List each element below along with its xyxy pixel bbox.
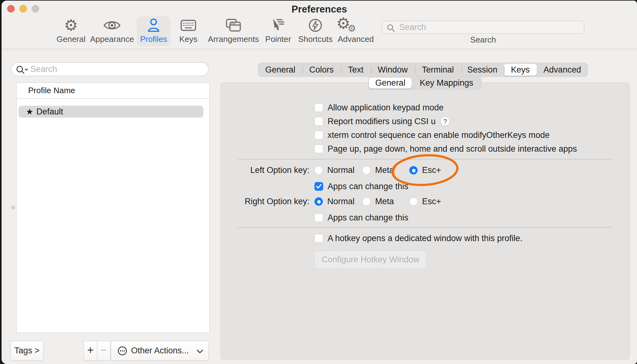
checkbox-label: Allow application keypad mode <box>328 103 444 113</box>
eye-icon <box>87 16 137 34</box>
checkbox-page-scroll[interactable] <box>314 144 323 153</box>
toolbar-item-label: General <box>52 34 90 44</box>
tab-separator <box>415 67 415 73</box>
tab-label: General <box>265 65 295 75</box>
toolbar-item-pointer[interactable]: Pointer <box>261 16 295 46</box>
toolbar-search-field[interactable] <box>382 21 584 34</box>
tab-separator <box>461 67 462 73</box>
checkbox-row: xterm control sequence can enable modify… <box>314 130 550 140</box>
tab-label: Advanced <box>543 65 581 75</box>
toolbar-search-input[interactable] <box>382 21 584 33</box>
radio-left-normal[interactable]: Normal <box>314 165 354 175</box>
keys-subtab-bar: General Key Mappings <box>369 76 482 90</box>
radio-right-normal[interactable]: Normal <box>314 196 354 207</box>
radio-left-meta[interactable]: Meta <box>362 165 394 175</box>
help-button[interactable]: ? <box>441 117 450 126</box>
subtab-general[interactable]: General <box>369 78 412 88</box>
subtab-label: Key Mappings <box>420 78 473 88</box>
check-icon <box>316 184 322 189</box>
checkbox-label: Apps can change this <box>328 213 408 223</box>
subtab-label: General <box>375 78 405 88</box>
tab-text[interactable]: Text <box>341 63 371 77</box>
other-actions-label: Other Actions... <box>131 346 189 356</box>
checkbox-label: Page up, page down, home and end scroll … <box>328 144 577 154</box>
search-icon <box>387 24 395 33</box>
checkbox-label: xterm control sequence can enable modify… <box>328 130 550 140</box>
checkbox-label: A hotkey opens a dedicated window with t… <box>328 234 522 243</box>
toolbar-item-label: Advanced <box>334 34 378 44</box>
profile-search-field[interactable] <box>11 62 209 76</box>
checkbox-hotkey-window[interactable] <box>314 234 323 243</box>
checkbox-modify-other-keys[interactable] <box>314 131 323 139</box>
toolbar-item-keys[interactable]: Keys <box>174 16 202 46</box>
tab-colors[interactable]: Colors <box>303 63 341 77</box>
radio-label: Esc+ <box>422 165 441 175</box>
tab-session[interactable]: Session <box>461 63 504 77</box>
windows-icon <box>205 16 262 34</box>
tab-terminal[interactable]: Terminal <box>415 63 461 77</box>
checkbox-right-apps-change[interactable] <box>314 213 323 222</box>
toolbar-item-arrangements[interactable]: Arrangements <box>205 16 262 46</box>
radio-circle[interactable] <box>362 197 371 206</box>
left-option-key-label: Left Option key: <box>221 165 309 175</box>
tab-general[interactable]: General <box>258 63 303 77</box>
profile-search-input[interactable] <box>12 63 208 76</box>
tab-window[interactable]: Window <box>371 63 415 77</box>
left-apps-can-change-row: Apps can change this <box>314 181 408 192</box>
checkbox-left-apps-change[interactable] <box>314 182 323 191</box>
radio-circle[interactable] <box>409 197 418 206</box>
radio-circle[interactable] <box>362 166 371 174</box>
radio-circle[interactable] <box>314 197 323 206</box>
radio-label: Esc+ <box>422 197 441 206</box>
profile-tab-bar: General Colors Text Window Terminal Sess… <box>258 63 588 77</box>
checkbox-allow-keypad[interactable] <box>314 103 323 112</box>
checkbox-label: Apps can change this <box>328 182 408 191</box>
profile-row-default[interactable]: ★ Default <box>18 106 203 118</box>
tab-keys[interactable]: Keys <box>504 64 537 76</box>
right-option-key-label: Right Option key: <box>221 196 309 207</box>
toolbar-item-appearance[interactable]: Appearance <box>87 16 137 46</box>
checkbox-label: Report modifiers using CSI u <box>328 117 436 126</box>
tab-label: Terminal <box>422 65 454 75</box>
remove-profile-button[interactable]: − <box>97 341 110 361</box>
toolbar-item-shortcuts[interactable]: Shortcuts <box>295 16 336 46</box>
tab-separator <box>504 67 505 73</box>
search-filter-icon <box>16 65 29 75</box>
toolbar-item-general[interactable]: ⚙ General <box>52 16 90 46</box>
window-title: Preferences <box>2 4 637 15</box>
tags-button[interactable]: Tags > <box>10 341 43 361</box>
checkbox-row: Report modifiers using CSI u <box>314 116 436 127</box>
radio-left-esc[interactable]: Esc+ <box>409 165 441 175</box>
toolbar-item-label: Appearance <box>87 34 137 44</box>
hotkey-row: A hotkey opens a dedicated window with t… <box>314 233 522 244</box>
keyboard-icon <box>174 16 202 34</box>
other-actions-dropdown[interactable]: Other Actions... <box>111 341 209 361</box>
radio-label: Normal <box>327 197 354 206</box>
add-profile-button[interactable]: + <box>84 341 97 361</box>
header-divider <box>17 98 209 99</box>
radio-right-meta[interactable]: Meta <box>362 196 394 207</box>
radio-label: Meta <box>375 165 394 175</box>
sidebar-drag-dot <box>11 205 15 210</box>
toolbar-item-profiles[interactable]: Profiles <box>137 16 171 46</box>
chevron-down-icon <box>196 349 203 353</box>
configure-hotkey-window-button[interactable]: Configure Hotkey Window <box>314 251 426 269</box>
tab-label: Window <box>378 65 408 75</box>
toolbar-item-label: Pointer <box>261 34 295 44</box>
preferences-window: Preferences ⚙ General Appearance Profile… <box>2 1 637 364</box>
gear-icon: ⚙ <box>52 16 90 34</box>
subtab-key-mappings[interactable]: Key Mappings <box>412 77 481 89</box>
tab-separator <box>371 67 372 73</box>
radio-right-esc[interactable]: Esc+ <box>409 196 441 207</box>
tab-advanced[interactable]: Advanced <box>537 63 588 77</box>
toolbar-search-label: Search <box>382 35 584 45</box>
checkbox-csi-u[interactable] <box>314 117 323 126</box>
radio-circle[interactable] <box>314 166 323 174</box>
separator <box>238 227 611 228</box>
minus-icon: − <box>101 344 107 356</box>
tab-separator <box>341 67 341 73</box>
tab-label: Text <box>348 65 364 75</box>
radio-circle[interactable] <box>409 166 418 174</box>
radio-label: Meta <box>375 197 394 206</box>
toolbar-item-advanced[interactable]: ⚙ ⚙ Advanced <box>334 16 378 46</box>
